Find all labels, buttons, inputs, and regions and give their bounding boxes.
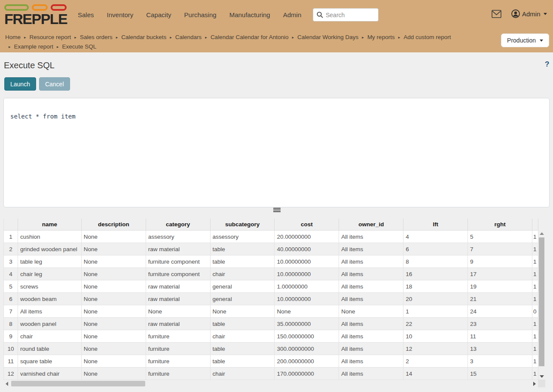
help-icon[interactable]: ? — [545, 60, 549, 69]
nav-item-admin[interactable]: Admin — [283, 11, 302, 18]
horizontal-scrollbar[interactable] — [3, 381, 538, 387]
table-row[interactable]: 6wooden beamNoneraw materialgeneral10.00… — [4, 293, 538, 305]
breadcrumb-item-sales-orders[interactable]: Sales orders — [80, 34, 113, 40]
table-row[interactable]: 11square tableNonefurnituretable200.0000… — [4, 355, 538, 368]
table-cell: 1 — [532, 368, 538, 380]
table-cell: 35.00000000 — [275, 318, 339, 330]
nav-item-manufacturing[interactable]: Manufacturing — [229, 11, 270, 18]
table-row[interactable]: 2grinded wooden panelNoneraw materialtab… — [4, 243, 538, 255]
table-cell: 1 — [532, 243, 538, 255]
table-cell: furniture — [146, 355, 211, 367]
column-header-description[interactable]: description — [82, 219, 146, 230]
user-menu[interactable]: Admin — [511, 9, 547, 18]
table-row[interactable]: 4chair legNonefurniture componentchair10… — [4, 268, 538, 280]
table-cell: table — [211, 318, 275, 330]
breadcrumb-item-add-custom-report[interactable]: Add custom report — [403, 34, 451, 40]
inbox-icon[interactable] — [492, 10, 501, 20]
column-header-category[interactable]: category — [146, 219, 211, 230]
breadcrumb-item-my-reports[interactable]: My reports — [367, 34, 395, 40]
nav-item-inventory[interactable]: Inventory — [107, 11, 134, 18]
breadcrumb-item-home[interactable]: Home — [5, 34, 21, 40]
table-row[interactable]: 7All itemsNoneNoneNoneNoneNone1240 — [4, 305, 538, 318]
table-row[interactable]: 3table legNonefurniture componenttable10… — [4, 255, 538, 268]
row-number: 3 — [4, 255, 18, 267]
table-cell: 0 — [532, 305, 538, 317]
breadcrumb-separator-icon: ▸ — [9, 45, 11, 49]
nav-item-purchasing[interactable]: Purchasing — [184, 11, 217, 18]
row-number: 6 — [4, 293, 18, 305]
table-cell: 5 — [468, 231, 532, 243]
scroll-down-icon[interactable] — [540, 375, 544, 378]
scroll-up-icon[interactable] — [540, 232, 544, 235]
search-icon — [317, 12, 323, 18]
table-cell: 6 — [403, 243, 468, 255]
table-row[interactable]: 8wooden panelNoneraw materialtable35.000… — [4, 318, 538, 330]
breadcrumb-separator-icon: ▸ — [292, 35, 294, 40]
launch-button[interactable]: Launch — [4, 77, 36, 91]
caret-down-icon — [544, 13, 547, 15]
table-cell: 18 — [403, 280, 468, 292]
table-cell: All items — [18, 305, 82, 317]
table-cell: 1 — [532, 280, 538, 292]
table-cell: All items — [339, 318, 403, 330]
table-cell: None — [82, 255, 146, 267]
sql-editor[interactable]: select * from item — [3, 98, 550, 207]
table-row[interactable]: 9chairNonefurniturechair150.00000000All … — [4, 330, 538, 343]
breadcrumb-item-calendar-calendar-for-antonio[interactable]: Calendar Calendar for Antonio — [211, 34, 289, 40]
column-header-subcategory[interactable]: subcategory — [211, 219, 275, 230]
row-number: 2 — [4, 243, 18, 255]
nav-item-sales[interactable]: Sales — [78, 11, 94, 18]
table-cell: furniture — [146, 368, 211, 380]
column-header-rght[interactable]: rght — [468, 219, 532, 230]
table-cell: All items — [339, 343, 403, 355]
scroll-left-icon[interactable] — [6, 382, 8, 386]
table-cell: table — [211, 343, 275, 355]
table-row[interactable]: 5screwsNoneraw materialgeneral1.00000000… — [4, 280, 538, 293]
caret-down-icon — [540, 40, 543, 42]
breadcrumb-separator-icon: ▸ — [398, 35, 400, 40]
table-cell: None — [82, 330, 146, 342]
table-cell: 22 — [403, 318, 468, 330]
vertical-scrollbar[interactable] — [539, 231, 544, 379]
horizontal-scrollbar-thumb[interactable] — [11, 381, 145, 386]
table-cell: 15 — [468, 368, 532, 380]
scenario-selector[interactable]: Production — [501, 33, 549, 47]
search-input[interactable] — [326, 12, 373, 18]
breadcrumb-item-calendar-working-days[interactable]: Calendar Working Days — [297, 34, 358, 40]
table-cell: 16 — [403, 268, 468, 280]
table-cell: None — [339, 305, 403, 317]
column-header-lft[interactable]: lft — [403, 219, 468, 230]
breadcrumb-item-calendar-buckets[interactable]: Calendar buckets — [121, 34, 166, 40]
table-cell: furniture component — [146, 268, 211, 280]
table-cell: None — [82, 243, 146, 255]
nav-item-capacity[interactable]: Capacity — [146, 11, 171, 18]
row-number: 7 — [4, 305, 18, 317]
table-cell: 4 — [403, 231, 468, 243]
vertical-scrollbar-thumb[interactable] — [539, 237, 544, 366]
table-row[interactable]: 1cushionNoneassessoryassessory20.0000000… — [4, 231, 538, 243]
table-cell: chair — [211, 368, 275, 380]
breadcrumb-item-execute-sql[interactable]: Execute SQL — [62, 43, 97, 50]
column-header-owner_id[interactable]: owner_id — [339, 219, 403, 230]
cancel-button[interactable]: Cancel — [39, 77, 70, 91]
sql-text[interactable]: select * from item — [4, 98, 549, 120]
scroll-right-icon[interactable] — [533, 382, 536, 386]
breadcrumb-separator-icon: ▸ — [362, 35, 364, 40]
logo-pill-orange-icon — [32, 4, 48, 11]
breadcrumb-item-resource-report[interactable]: Resource report — [30, 34, 71, 40]
breadcrumb-item-calendars[interactable]: Calendars — [175, 34, 202, 40]
frepple-logo[interactable]: FREPPLE — [4, 4, 69, 27]
table-row[interactable]: 12varnished chairNonefurniturechair170.0… — [4, 368, 538, 380]
search-box[interactable] — [313, 8, 379, 21]
editor-resize-handle-icon[interactable] — [273, 208, 281, 213]
column-header-cost[interactable]: cost — [275, 219, 339, 230]
table-cell: 1 — [532, 293, 538, 305]
table-cell: general — [211, 293, 275, 305]
table-cell: general — [211, 280, 275, 292]
table-cell: 20.00000000 — [275, 231, 339, 243]
breadcrumb-item-example-report[interactable]: Example report — [14, 43, 54, 50]
table-cell: assessory — [146, 231, 211, 243]
column-header-name[interactable]: name — [18, 219, 82, 230]
table-row[interactable]: 10round tableNonefurnituretable300.00000… — [4, 343, 538, 355]
table-cell: furniture — [146, 330, 211, 342]
